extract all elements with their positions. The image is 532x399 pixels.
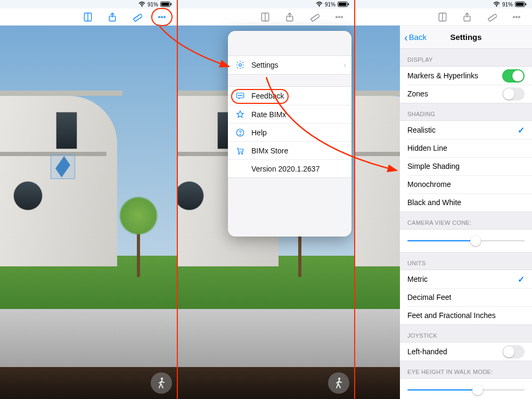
- svg-point-19: [339, 16, 340, 18]
- svg-point-27: [240, 134, 240, 135]
- menu-item-help[interactable]: Help: [228, 123, 351, 141]
- check-icon: ✓: [518, 125, 525, 135]
- more-icon[interactable]: [156, 12, 168, 22]
- bookmarks-icon[interactable]: [437, 12, 448, 22]
- svg-rect-6: [133, 14, 142, 21]
- menu-label: Feedback: [251, 92, 284, 100]
- row-label: Monochrome: [407, 180, 451, 189]
- check-icon: ✓: [518, 274, 525, 284]
- svg-rect-34: [526, 3, 527, 5]
- svg-point-25: [241, 95, 242, 96]
- battery-icon: [338, 2, 349, 7]
- chat-icon: [235, 91, 245, 101]
- share-icon[interactable]: [284, 12, 295, 22]
- row-label: Metric: [407, 275, 428, 283]
- svg-rect-17: [310, 14, 320, 21]
- bookmarks-icon[interactable]: [83, 12, 93, 22]
- row-simple-shading[interactable]: Simple Shading: [400, 157, 532, 175]
- menu-item-version: Version 2020.1.2637: [228, 159, 351, 177]
- back-button[interactable]: ‹ Back: [404, 32, 427, 43]
- chevron-left-icon: ‹: [404, 32, 408, 43]
- toggle-markers[interactable]: [502, 69, 525, 83]
- row-realistic[interactable]: Realistic ✓: [400, 121, 532, 139]
- menu-label: Settings: [251, 61, 279, 69]
- toolbar: [177, 9, 355, 26]
- menu-label: BIMx Store: [251, 146, 288, 155]
- svg-point-18: [336, 16, 338, 18]
- row-monochrome[interactable]: Monochrome: [400, 175, 532, 193]
- cart-icon: [235, 146, 245, 156]
- toggle-left-handed[interactable]: [502, 345, 525, 359]
- svg-point-23: [238, 95, 239, 96]
- back-label: Back: [409, 32, 427, 42]
- hyperlink-marker[interactable]: [51, 154, 75, 179]
- measure-icon[interactable]: [486, 12, 497, 22]
- svg-point-20: [341, 16, 343, 18]
- walk-mode-button[interactable]: [328, 372, 349, 394]
- svg-rect-33: [516, 3, 524, 6]
- panel-step-2: 91% Settings ›: [177, 0, 355, 399]
- menu-item-feedback[interactable]: Feedback: [228, 87, 351, 105]
- svg-rect-13: [339, 3, 347, 6]
- toggle-zones[interactable]: [502, 87, 525, 101]
- svg-rect-14: [348, 3, 349, 5]
- menu-label: Help: [251, 128, 267, 137]
- wifi-icon: [138, 2, 145, 7]
- menu-label: Version 2020.1.2637: [251, 165, 320, 173]
- more-icon[interactable]: [333, 12, 345, 22]
- wifi-icon: [316, 2, 323, 7]
- section-joystick: Joystick: [400, 325, 532, 342]
- row-feet-fractional[interactable]: Feet and Fractional Inches: [400, 306, 532, 324]
- battery-percent: 91%: [502, 2, 513, 7]
- row-label: Black and White: [407, 198, 461, 207]
- svg-point-11: [319, 6, 320, 7]
- menu-item-store[interactable]: BIMx Store: [228, 141, 351, 159]
- chevron-right-icon: ›: [343, 61, 346, 69]
- svg-point-30: [338, 378, 340, 380]
- menu-label: Rate BIMx: [251, 110, 286, 119]
- svg-point-31: [496, 6, 497, 7]
- row-label: Feet and Fractional Inches: [407, 311, 496, 320]
- help-icon: [235, 128, 245, 137]
- row-black-white[interactable]: Black and White: [400, 193, 532, 211]
- row-label: Left-handed: [407, 347, 447, 356]
- menu-item-settings[interactable]: Settings ›: [228, 56, 351, 74]
- slider-camera-cone[interactable]: [407, 235, 525, 247]
- battery-icon: [160, 2, 172, 7]
- measure-icon[interactable]: [132, 12, 142, 22]
- section-eye-height: Eye Height in Walk Mode:: [400, 361, 532, 378]
- row-metric[interactable]: Metric ✓: [400, 270, 532, 288]
- slider-eye-height[interactable]: [407, 384, 525, 396]
- svg-point-39: [516, 16, 518, 18]
- gear-icon: [235, 60, 245, 70]
- section-shading: Shading: [400, 103, 532, 120]
- wifi-icon: [493, 2, 500, 7]
- settings-title: Settings: [450, 32, 481, 42]
- share-icon[interactable]: [107, 12, 118, 22]
- status-bar: 91%: [177, 0, 355, 9]
- bookmarks-icon[interactable]: [260, 12, 271, 22]
- svg-point-21: [239, 64, 242, 67]
- row-left-handed[interactable]: Left-handed: [400, 343, 532, 361]
- panel-step-1: 91%: [0, 0, 177, 399]
- battery-percent: 91%: [325, 2, 335, 7]
- svg-point-40: [519, 16, 520, 18]
- svg-rect-37: [488, 14, 497, 21]
- row-zones[interactable]: Zones: [400, 85, 532, 103]
- measure-icon[interactable]: [309, 12, 320, 22]
- panel-step-3: 91% ‹ Back Settings Display: [355, 0, 532, 399]
- viewport-3d[interactable]: [0, 0, 177, 399]
- row-hidden-line[interactable]: Hidden Line: [400, 139, 532, 157]
- svg-point-29: [242, 153, 243, 154]
- toolbar: [355, 9, 532, 26]
- svg-point-0: [142, 6, 143, 7]
- row-markers[interactable]: Markers & Hyperlinks: [400, 67, 532, 85]
- row-decimal-feet[interactable]: Decimal Feet: [400, 288, 532, 306]
- menu-item-rate[interactable]: Rate BIMx: [228, 105, 351, 123]
- battery-icon: [515, 2, 527, 7]
- share-icon[interactable]: [462, 12, 472, 22]
- more-icon[interactable]: [511, 12, 522, 22]
- toolbar: [0, 9, 177, 26]
- battery-percent: 91%: [148, 2, 158, 7]
- walk-mode-button[interactable]: [151, 372, 172, 394]
